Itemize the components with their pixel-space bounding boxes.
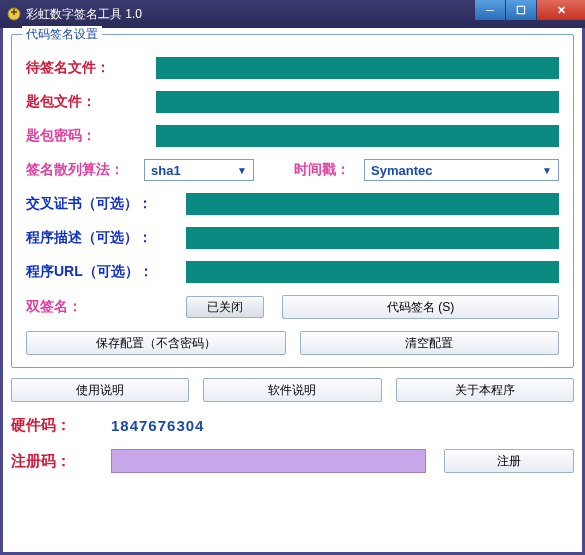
save-config-button[interactable]: 保存配置（不含密码）	[26, 331, 286, 355]
keypass-label: 匙包密码：	[26, 127, 156, 145]
dualsign-toggle[interactable]: 已关闭	[186, 296, 264, 318]
signing-settings-group: 代码签名设置 待签名文件： 匙包文件： 匙包密码： 签名散列算法： sha1 ▼…	[11, 34, 574, 368]
group-legend: 代码签名设置	[22, 26, 102, 43]
client-area: 代码签名设置 待签名文件： 匙包文件： 匙包密码： 签名散列算法： sha1 ▼…	[3, 28, 582, 552]
file-to-sign-label: 待签名文件：	[26, 59, 156, 77]
regcode-input[interactable]	[111, 449, 426, 473]
hash-label: 签名散列算法：	[26, 161, 144, 179]
cross-cert-input[interactable]	[186, 193, 559, 215]
about-button[interactable]: 关于本程序	[396, 378, 574, 402]
codesign-button[interactable]: 代码签名 (S)	[282, 295, 559, 319]
usage-button[interactable]: 使用说明	[11, 378, 189, 402]
desc-label: 程序描述（可选）：	[26, 229, 186, 247]
hash-combo[interactable]: sha1 ▼	[144, 159, 254, 181]
register-button[interactable]: 注册	[444, 449, 574, 473]
close-button[interactable]: ✕	[537, 0, 585, 20]
cross-cert-label: 交叉证书（可选）：	[26, 195, 186, 213]
hwid-value: 1847676304	[111, 417, 204, 434]
hwid-label: 硬件码：	[11, 416, 111, 435]
titlebar: 彩虹数字签名工具 1.0 ─ ☐ ✕	[0, 0, 585, 28]
app-icon	[6, 6, 22, 22]
url-input[interactable]	[186, 261, 559, 283]
software-info-button[interactable]: 软件说明	[203, 378, 381, 402]
timestamp-label: 时间戳：	[294, 161, 350, 179]
regcode-label: 注册码：	[11, 452, 111, 471]
timestamp-combo[interactable]: Symantec ▼	[364, 159, 559, 181]
minimize-button[interactable]: ─	[475, 0, 505, 20]
chevron-down-icon: ▼	[237, 165, 247, 176]
hash-combo-value: sha1	[151, 163, 181, 178]
chevron-down-icon: ▼	[542, 165, 552, 176]
keypass-input[interactable]	[156, 125, 559, 147]
window-controls: ─ ☐ ✕	[475, 0, 585, 20]
maximize-button[interactable]: ☐	[506, 0, 536, 20]
timestamp-combo-value: Symantec	[371, 163, 432, 178]
url-label: 程序URL（可选）：	[26, 263, 186, 281]
window-title: 彩虹数字签名工具 1.0	[26, 6, 142, 23]
clear-config-button[interactable]: 清空配置	[300, 331, 560, 355]
desc-input[interactable]	[186, 227, 559, 249]
keyfile-label: 匙包文件：	[26, 93, 156, 111]
dualsign-label: 双签名：	[26, 298, 186, 316]
file-to-sign-input[interactable]	[156, 57, 559, 79]
keyfile-input[interactable]	[156, 91, 559, 113]
